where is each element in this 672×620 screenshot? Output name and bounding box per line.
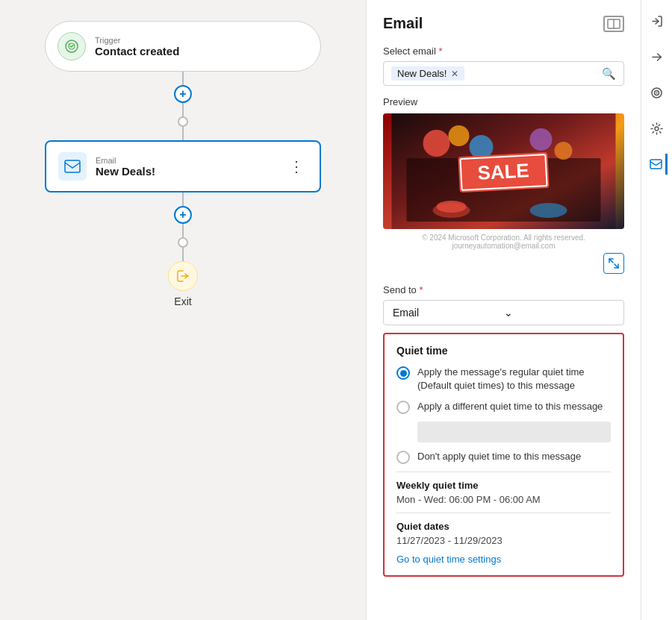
trigger-text: Trigger Contact created <box>95 36 179 57</box>
email-tag-close[interactable]: ✕ <box>451 69 458 79</box>
quiet-dates-section: Quiet dates 11/27/2023 - 11/29/2023 <box>396 521 611 546</box>
send-to-value: Email <box>393 307 504 319</box>
exit-icon <box>168 261 198 291</box>
gear-icon[interactable] <box>647 118 668 139</box>
svg-point-21 <box>655 127 659 131</box>
add-step-button-2[interactable]: + <box>174 206 192 224</box>
panel-title: Email <box>383 15 423 32</box>
connector-2: + <box>174 192 192 261</box>
target-icon[interactable] <box>647 82 668 103</box>
email-node-title: New Deals! <box>96 165 276 178</box>
login-icon[interactable] <box>647 10 668 31</box>
quiet-time-option-1-text: Apply the message's regular quiet time (… <box>417 366 611 392</box>
mail-icon[interactable] <box>647 154 668 175</box>
svg-rect-22 <box>650 160 662 169</box>
preview-label: Preview <box>383 96 624 107</box>
workflow-canvas: Trigger Contact created + Email New Deal… <box>0 0 366 620</box>
email-node-menu[interactable]: ⋮ <box>284 154 309 178</box>
svg-point-11 <box>555 142 573 160</box>
trigger-node[interactable]: Trigger Contact created <box>45 21 321 72</box>
quiet-time-option-3-text: Don't apply quiet time to this message <box>417 450 581 463</box>
vline <box>182 72 184 85</box>
connector-1: + <box>174 72 192 140</box>
email-tag[interactable]: New Deals! ✕ <box>391 66 464 81</box>
panel-expand-icon[interactable] <box>603 16 624 32</box>
weekly-quiet-time-section: Weekly quiet time Mon - Wed: 06:00 PM - … <box>396 480 611 505</box>
quiet-dates-title: Quiet dates <box>396 521 611 532</box>
svg-rect-2 <box>65 160 80 172</box>
svg-point-7 <box>423 130 450 157</box>
trigger-title: Contact created <box>95 45 179 57</box>
svg-point-17 <box>530 203 567 218</box>
weekly-value: Mon - Wed: 06:00 PM - 06:00 AM <box>396 494 611 505</box>
svg-point-8 <box>449 125 470 146</box>
panel-header: Email <box>383 15 624 32</box>
connector-dot <box>178 116 188 127</box>
vline4 <box>182 192 184 206</box>
radio-1[interactable] <box>396 366 410 380</box>
vline5 <box>182 224 184 237</box>
svg-text:SALE: SALE <box>477 159 530 184</box>
divider-2 <box>396 513 611 513</box>
vline6 <box>182 248 184 261</box>
radio-2[interactable] <box>396 401 410 414</box>
add-step-button-1[interactable]: + <box>174 85 192 103</box>
trigger-icon <box>57 32 86 60</box>
quiet-time-option-2-text: Apply a different quiet time to this mes… <box>417 400 603 413</box>
chevron-down-icon: ⌄ <box>504 307 615 319</box>
right-panel: Email Select email * New Deals! ✕ 🔍 Prev… <box>366 0 641 620</box>
select-email-label: Select email * <box>383 46 624 57</box>
connector-dot-2 <box>178 237 188 248</box>
svg-point-16 <box>437 201 467 213</box>
weekly-title: Weekly quiet time <box>396 480 611 491</box>
quiet-time-title: Quiet time <box>396 345 611 357</box>
preview-footer: © 2024 Microsoft Corporation. All rights… <box>383 234 624 250</box>
svg-point-20 <box>656 92 658 93</box>
quiet-time-option-2[interactable]: Apply a different quiet time to this mes… <box>396 400 611 414</box>
exit-label: Exit <box>174 295 191 307</box>
exit-node: Exit <box>168 261 198 307</box>
send-to-dropdown[interactable]: Email ⌄ <box>383 300 624 325</box>
select-email-field[interactable]: New Deals! ✕ 🔍 <box>383 61 624 86</box>
quiet-time-option-1[interactable]: Apply the message's regular quiet time (… <box>396 366 611 392</box>
quiet-time-settings-link[interactable]: Go to quiet time settings <box>396 554 611 565</box>
email-icon <box>58 152 87 181</box>
quiet-time-option-3[interactable]: Don't apply quiet time to this message <box>396 450 611 464</box>
vline2 <box>182 103 184 116</box>
send-to-section: Send to * Email ⌄ <box>383 284 624 325</box>
email-node-label: Email <box>96 156 276 165</box>
quiet-time-input-bar <box>417 422 611 442</box>
search-icon[interactable]: 🔍 <box>602 67 616 81</box>
email-preview-image: SALE <box>383 113 624 229</box>
send-to-label: Send to * <box>383 284 624 295</box>
quiet-time-box: Quiet time Apply the message's regular q… <box>383 333 624 577</box>
email-node[interactable]: Email New Deals! ⋮ <box>45 140 321 192</box>
svg-point-10 <box>530 128 553 151</box>
divider <box>396 472 611 472</box>
preview-expand-button[interactable] <box>603 253 624 274</box>
vline3 <box>182 127 184 140</box>
arrow-right-icon[interactable] <box>647 46 668 67</box>
side-navigation <box>641 0 672 620</box>
quiet-dates-value: 11/27/2023 - 11/29/2023 <box>396 535 611 546</box>
radio-3[interactable] <box>396 451 410 464</box>
trigger-label: Trigger <box>95 36 179 45</box>
email-node-text: Email New Deals! <box>96 156 276 178</box>
